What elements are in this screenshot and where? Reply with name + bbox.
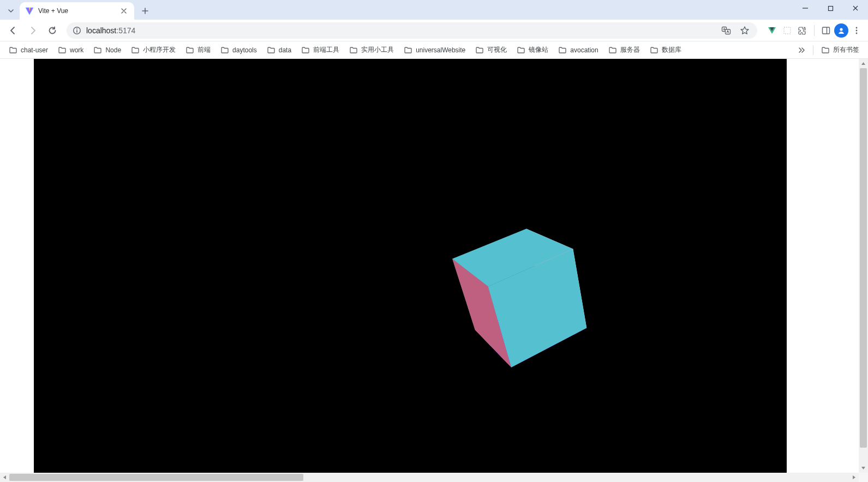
bookmark-folder[interactable]: daytools [216, 44, 261, 57]
bookmark-label: daytools [232, 46, 257, 54]
chevron-down-icon [8, 8, 14, 14]
vue-devtools-extension[interactable] [765, 23, 779, 38]
star-icon [740, 26, 750, 35]
cube-scene [476, 250, 563, 337]
svg-rect-12 [823, 27, 830, 34]
bookmark-folder[interactable]: chat-user [4, 44, 52, 57]
folder-icon [185, 46, 194, 55]
bookmark-label: 镜像站 [529, 45, 548, 55]
folder-icon [475, 46, 484, 55]
window-maximize-button[interactable] [818, 0, 843, 16]
maximize-icon [828, 5, 834, 11]
bookmark-folder[interactable]: universalWebsite [399, 44, 470, 57]
new-tab-button[interactable] [137, 3, 153, 19]
vertical-scrollbar[interactable] [859, 59, 868, 473]
triangle-right-icon [852, 475, 857, 480]
bookmark-folder[interactable]: data [262, 44, 296, 57]
horizontal-scrollbar[interactable] [0, 473, 868, 482]
bookmark-label: Node [105, 46, 121, 54]
scroll-thumb[interactable] [9, 474, 303, 481]
svg-marker-21 [853, 475, 855, 479]
reload-button[interactable] [44, 22, 61, 39]
browser-tab-active[interactable]: Vite + Vue [20, 2, 134, 20]
bookmark-folder[interactable]: 实用小工具 [345, 43, 398, 57]
folder-icon [349, 46, 358, 55]
folder-icon [9, 46, 17, 55]
triangle-left-icon [2, 475, 7, 480]
extension-icons [765, 23, 864, 38]
vue-icon [767, 26, 777, 35]
reload-icon [47, 26, 57, 35]
svg-marker-20 [3, 475, 6, 479]
tab-search-button[interactable] [4, 3, 17, 19]
bookmark-folder[interactable]: avocation [554, 44, 602, 57]
bookmark-folder[interactable]: 镜像站 [512, 43, 553, 57]
chrome-menu-button[interactable] [849, 23, 864, 38]
bookmarks-overflow-button[interactable] [793, 44, 810, 56]
info-icon [73, 26, 81, 35]
vite-favicon-icon [25, 7, 34, 15]
browser-toolbar: localhost:5174 [0, 20, 868, 41]
scroll-right-button[interactable] [849, 473, 859, 482]
tab-close-button[interactable] [119, 6, 129, 16]
bookmark-folder[interactable]: 服务器 [604, 43, 644, 57]
bookmark-label: 前端工具 [313, 45, 339, 55]
back-button[interactable] [4, 22, 22, 39]
profile-button[interactable] [834, 23, 848, 38]
bookmark-folder[interactable]: 数据库 [645, 43, 686, 57]
bookmark-label: 可视化 [487, 45, 507, 55]
bookmark-folder[interactable]: 小程序开发 [127, 43, 180, 57]
all-bookmarks-label: 所有书签 [833, 45, 859, 55]
url-port: :5174 [116, 26, 135, 35]
side-panel-button[interactable] [819, 23, 833, 38]
translate-button[interactable] [719, 23, 733, 38]
bookmark-label: chat-user [21, 46, 48, 54]
tab-strip: Vite + Vue [0, 0, 153, 20]
bookmark-folder[interactable]: Node [89, 44, 125, 57]
page-content [0, 59, 859, 473]
folder-icon [93, 46, 102, 55]
svg-rect-6 [76, 30, 77, 33]
bookmark-folder[interactable]: 前端 [181, 43, 215, 57]
minimize-icon [802, 5, 809, 11]
bookmark-folder[interactable]: 可视化 [471, 43, 511, 57]
arrow-right-icon [28, 26, 38, 35]
kebab-icon [852, 26, 861, 35]
address-bar[interactable]: localhost:5174 [67, 22, 757, 39]
site-info-button[interactable] [72, 26, 82, 35]
window-minimize-button[interactable] [793, 0, 818, 16]
url-host: localhost [86, 26, 116, 35]
scroll-track[interactable] [9, 473, 849, 482]
threejs-canvas[interactable] [34, 59, 787, 473]
bookmark-star-button[interactable] [738, 23, 752, 38]
window-close-button[interactable] [843, 0, 868, 16]
scroll-up-button[interactable] [859, 59, 868, 68]
extension-placeholder[interactable] [780, 23, 794, 38]
scroll-track[interactable] [859, 68, 868, 463]
all-bookmarks-button[interactable]: 所有书签 [817, 43, 864, 57]
forward-button[interactable] [24, 22, 41, 39]
svg-point-17 [856, 32, 858, 34]
scroll-thumb[interactable] [860, 68, 867, 448]
triangle-down-icon [861, 466, 866, 471]
folder-icon [301, 46, 310, 55]
scroll-down-button[interactable] [859, 463, 868, 473]
svg-marker-19 [861, 467, 865, 469]
folder-icon [58, 46, 67, 55]
folder-icon [131, 46, 140, 55]
svg-point-16 [856, 29, 858, 31]
svg-rect-3 [828, 6, 833, 10]
extensions-button[interactable] [795, 23, 810, 38]
bookmark-folder[interactable]: 前端工具 [297, 43, 344, 57]
svg-point-14 [840, 28, 842, 31]
rotating-cube [469, 238, 562, 347]
triangle-up-icon [861, 61, 866, 66]
bookmark-label: 小程序开发 [143, 45, 176, 55]
svg-point-15 [856, 27, 858, 28]
svg-point-5 [76, 28, 77, 29]
profile-avatar-icon [834, 23, 848, 38]
separator [814, 25, 815, 36]
folder-icon [650, 46, 659, 55]
bookmark-folder[interactable]: work [53, 44, 88, 57]
scroll-left-button[interactable] [0, 473, 9, 482]
